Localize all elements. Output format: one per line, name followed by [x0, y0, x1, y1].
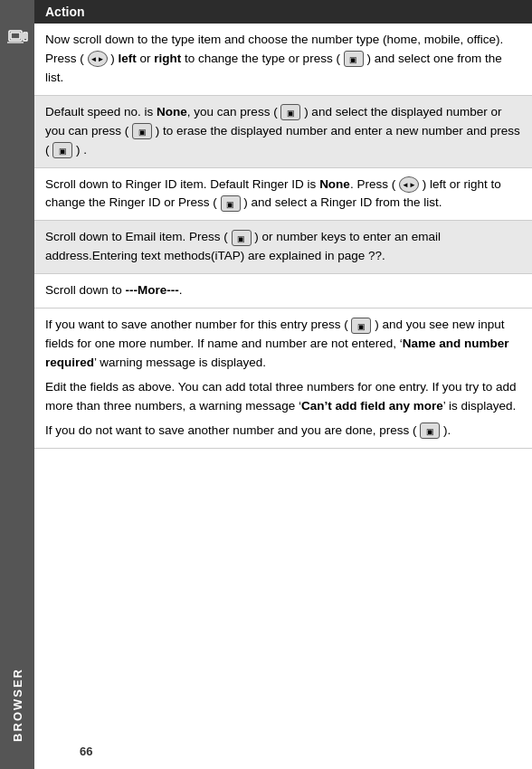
nav-icon-3: ◄►: [399, 176, 419, 193]
row-6-para2: Edit the fields as above. You can add to…: [45, 378, 521, 416]
sidebar-label: BROWSER: [11, 668, 24, 742]
row-6-para1: If you want to save another number for t…: [45, 316, 521, 373]
row-6-para3: If you do not want to save another numbe…: [45, 422, 521, 441]
row-2: Default speed no. is None, you can press…: [34, 96, 532, 168]
btn-icon-2b: ▣: [132, 123, 152, 139]
action-header: Action: [34, 0, 532, 24]
sidebar: BROWSER: [0, 0, 34, 769]
btn-icon-4: ▣: [232, 230, 252, 246]
row-3: Scroll down to Ringer ID item. Default R…: [34, 168, 532, 222]
row-2-text: Default speed no. is None, you can press…: [45, 103, 521, 160]
nav-icon-1: ◄►: [88, 51, 108, 67]
svg-rect-1: [11, 33, 20, 39]
row-5-text: Scroll down to ---More---.: [45, 281, 521, 300]
footer: 66: [34, 740, 532, 769]
btn-icon-2c: ▣: [52, 142, 72, 158]
btn-icon-3: ▣: [221, 195, 241, 212]
browser-device-icon: [6, 27, 28, 49]
btn-icon-6b: ▣: [420, 422, 440, 439]
row-5: Scroll down to ---More---.: [34, 274, 532, 309]
row-1: Now scroll down to the type item and cho…: [34, 24, 532, 96]
content-area: Now scroll down to the type item and cho…: [34, 24, 532, 740]
row-1-text: Now scroll down to the type item and cho…: [45, 31, 521, 88]
row-4-text: Scroll down to Email item. Press ( ▣ ) o…: [45, 228, 521, 266]
row-3-text: Scroll down to Ringer ID item. Default R…: [45, 176, 521, 214]
btn-icon-2a: ▣: [280, 104, 300, 120]
row-6: If you want to save another number for t…: [34, 309, 532, 449]
main-content: Action Now scroll down to the type item …: [34, 0, 532, 769]
btn-icon-6a: ▣: [351, 318, 371, 334]
row-4: Scroll down to Email item. Press ( ▣ ) o…: [34, 221, 532, 274]
btn-icon-1: ▣: [344, 51, 364, 67]
page-number: 66: [80, 745, 92, 758]
